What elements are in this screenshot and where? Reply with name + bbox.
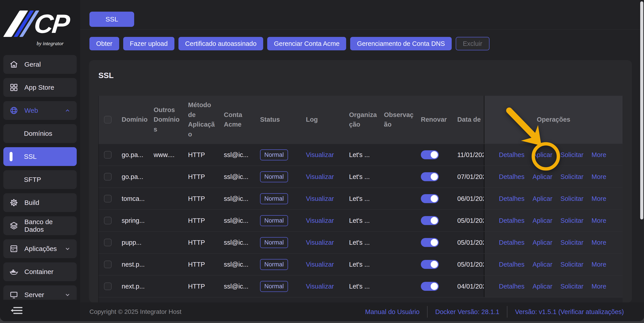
status-badge: Normal: [260, 215, 288, 226]
more-link[interactable]: More: [592, 217, 606, 224]
cell-organization: Let's ...: [344, 276, 380, 297]
table-row: nest.p... HTTP ssl@ic... Normal Visualiz…: [98, 253, 622, 275]
aplicar-link[interactable]: Aplicar: [532, 195, 552, 202]
solicitar-link[interactable]: Solicitar: [560, 195, 584, 202]
renew-toggle[interactable]: [421, 238, 439, 247]
select-all-checkbox[interactable]: [104, 116, 112, 124]
renew-toggle[interactable]: [421, 260, 439, 269]
sidebar-item-sftp[interactable]: SFTP: [3, 170, 77, 189]
solicitar-link[interactable]: Solicitar: [560, 151, 584, 158]
view-log-link[interactable]: Visualizar: [306, 217, 334, 224]
detalhes-link[interactable]: Detalhes: [499, 217, 524, 224]
sidebar-item-label: Container: [24, 268, 54, 276]
cell-organization: Let's ...: [344, 210, 380, 231]
row-checkbox[interactable]: [104, 239, 112, 246]
solicitar-link[interactable]: Solicitar: [560, 173, 584, 180]
sidebar-item-build[interactable]: Build: [3, 193, 77, 212]
sidebar-item-banco-de-dados[interactable]: Banco de Dados: [3, 216, 77, 235]
sidebar-item-label: App Store: [24, 84, 54, 91]
cell-expiry-date: 11/01/2026: [453, 144, 484, 166]
renew-toggle[interactable]: [421, 282, 439, 291]
more-link[interactable]: More: [592, 239, 606, 246]
renew-toggle[interactable]: [421, 172, 439, 181]
more-link[interactable]: More: [592, 261, 606, 268]
chevron-down-icon: [64, 292, 71, 298]
renew-toggle[interactable]: [421, 216, 439, 225]
view-log-link[interactable]: Visualizar: [306, 173, 334, 180]
aplicar-link[interactable]: Aplicar: [532, 173, 552, 180]
sidebar-item-container[interactable]: Container: [3, 262, 77, 281]
collapse-sidebar-button[interactable]: [10, 305, 23, 316]
aplicar-link[interactable]: Aplicar: [532, 283, 552, 290]
cell-other-domains: [149, 276, 184, 297]
sidebar-item-ssl[interactable]: SSL: [3, 147, 77, 166]
aplicar-link[interactable]: Aplicar: [532, 261, 552, 268]
more-link[interactable]: More: [592, 283, 606, 290]
sidebar-item-app-store[interactable]: App Store: [3, 78, 77, 97]
cell-method: HTTP: [184, 254, 219, 275]
cell-acme-account: ssl@ic...: [219, 232, 256, 253]
detalhes-link[interactable]: Detalhes: [499, 239, 524, 246]
renew-toggle[interactable]: [421, 194, 439, 203]
certificado-autoassinado-button[interactable]: Certificado autoassinado: [178, 37, 263, 50]
cell-organization: Let's ...: [344, 144, 380, 166]
sidebar-item-server[interactable]: Server: [3, 286, 77, 300]
view-log-link[interactable]: Visualizar: [306, 195, 334, 202]
detalhes-link[interactable]: Detalhes: [499, 173, 524, 180]
excluir-button[interactable]: Excluir: [456, 37, 490, 50]
fazer-upload-button[interactable]: Fazer upload: [123, 37, 174, 50]
sidebar-item-web[interactable]: Web: [3, 101, 77, 120]
row-checkbox[interactable]: [104, 151, 112, 158]
aplicar-link[interactable]: Aplicar: [532, 217, 552, 224]
solicitar-link[interactable]: Solicitar: [560, 239, 584, 246]
versao-atualizacoes-link[interactable]: Versão: v1.5.1 (Verificar atualizações): [507, 308, 632, 316]
col-log: Log: [302, 96, 344, 144]
detalhes-link[interactable]: Detalhes: [499, 283, 524, 290]
view-log-link[interactable]: Visualizar: [306, 151, 334, 158]
manual-usuario-link[interactable]: Manual do Usuário: [358, 308, 427, 316]
cell-domain: go.pa...: [117, 166, 149, 188]
more-link[interactable]: More: [592, 195, 606, 202]
sidebar-item-geral[interactable]: Geral: [3, 55, 77, 74]
cell-organization: Let's ...: [344, 232, 380, 253]
tab-ssl[interactable]: SSL: [90, 12, 134, 27]
sidebar-item-label: Banco de Dados: [24, 218, 71, 233]
status-badge: Normal: [260, 259, 288, 270]
row-checkbox[interactable]: [104, 260, 112, 268]
view-log-link[interactable]: Visualizar: [306, 239, 334, 246]
sidebar-item-dominios[interactable]: Domínios: [3, 124, 77, 143]
row-checkbox[interactable]: [104, 195, 112, 202]
cell-domain: tomca...: [117, 188, 149, 209]
more-link[interactable]: More: [592, 151, 606, 158]
solicitar-link[interactable]: Solicitar: [560, 217, 584, 224]
solicitar-link[interactable]: Solicitar: [560, 261, 584, 268]
sidebar-item-aplicacoes[interactable]: Aplicações: [3, 239, 77, 258]
row-checkbox[interactable]: [104, 282, 112, 290]
solicitar-link[interactable]: Solicitar: [560, 283, 584, 290]
docker-versao-link[interactable]: Docker Versão: 28.1.1: [428, 308, 507, 316]
status-badge: Normal: [260, 237, 288, 248]
chevron-up-icon: [64, 107, 71, 114]
footer: Copyright © 2025 Integrator Host Manual …: [80, 302, 644, 321]
cell-organization: Let's ...: [344, 188, 380, 209]
view-log-link[interactable]: Visualizar: [306, 261, 334, 268]
view-log-link[interactable]: Visualizar: [306, 283, 334, 290]
cell-method: HTTP: [184, 188, 219, 209]
sidebar: CP by integrator Geral App Store: [0, 0, 80, 321]
cell-operations: Detalhes Aplicar Solicitar More: [484, 232, 622, 253]
detalhes-link[interactable]: Detalhes: [499, 261, 524, 268]
gerenciar-conta-acme-button[interactable]: Gerenciar Conta Acme: [267, 37, 346, 50]
sidebar-item-label: SSL: [24, 153, 37, 160]
detalhes-link[interactable]: Detalhes: [499, 151, 524, 158]
scrollbar-thumb[interactable]: [640, 1, 643, 220]
aplicar-link[interactable]: Aplicar: [532, 239, 552, 246]
col-data-expiracao: Data de Expiração: [453, 96, 484, 144]
renew-toggle[interactable]: [421, 150, 439, 159]
obter-button[interactable]: Obter: [90, 37, 119, 50]
aplicar-link[interactable]: Aplicar: [532, 151, 552, 158]
row-checkbox[interactable]: [104, 173, 112, 180]
detalhes-link[interactable]: Detalhes: [499, 195, 524, 202]
more-link[interactable]: More: [592, 173, 606, 180]
row-checkbox[interactable]: [104, 217, 112, 224]
gerenciamento-conta-dns-button[interactable]: Gerenciamento de Conta DNS: [350, 37, 452, 50]
